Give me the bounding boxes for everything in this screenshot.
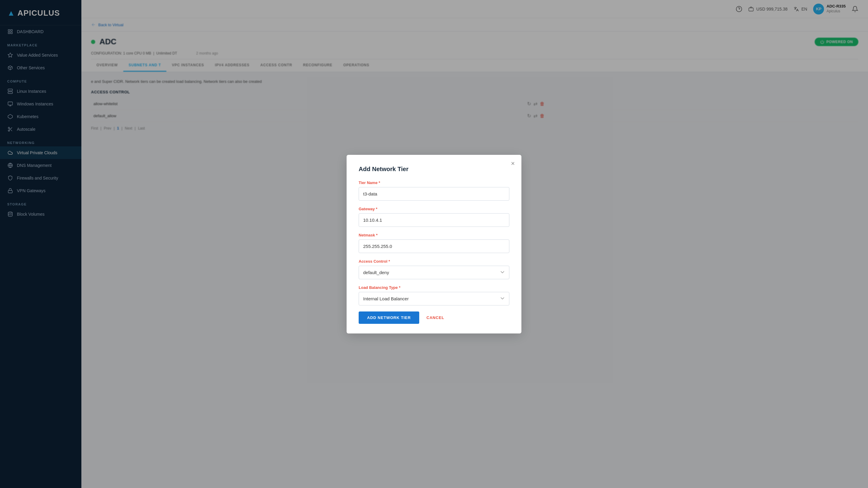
access-control-select[interactable]: default_deny default_allow allow-whiteli… <box>359 266 509 279</box>
load-balancing-label: Load Balancing Type * <box>359 285 509 290</box>
tier-name-group: Tier Name * <box>359 181 509 201</box>
gateway-group: Gateway * <box>359 207 509 227</box>
add-network-tier-modal: Add Network Tier × Tier Name * Gateway *… <box>347 155 521 333</box>
modal-overlay: Add Network Tier × Tier Name * Gateway *… <box>82 0 868 488</box>
tier-name-input[interactable] <box>359 187 509 201</box>
netmask-group: Netmask * <box>359 233 509 253</box>
modal-close-button[interactable]: × <box>511 160 515 167</box>
modal-title: Add Network Tier <box>359 166 509 173</box>
load-balancing-group: Load Balancing Type * Internal Load Bala… <box>359 285 509 305</box>
gateway-input[interactable] <box>359 213 509 227</box>
tier-name-label: Tier Name * <box>359 181 509 185</box>
cancel-button[interactable]: CANCEL <box>424 312 447 324</box>
add-network-tier-button[interactable]: ADD NETWORK TIER <box>359 312 419 324</box>
netmask-input[interactable] <box>359 239 509 253</box>
access-control-label: Access Control * <box>359 259 509 264</box>
netmask-label: Netmask * <box>359 233 509 237</box>
access-control-group: Access Control * default_deny default_al… <box>359 259 509 279</box>
modal-actions: ADD NETWORK TIER CANCEL <box>359 312 509 324</box>
main-area: USD 999,715.38 EN KP ADC-R335 Apiculus B… <box>82 0 868 488</box>
gateway-label: Gateway * <box>359 207 509 211</box>
load-balancing-select[interactable]: Internal Load Balancer External Load Bal… <box>359 292 509 305</box>
